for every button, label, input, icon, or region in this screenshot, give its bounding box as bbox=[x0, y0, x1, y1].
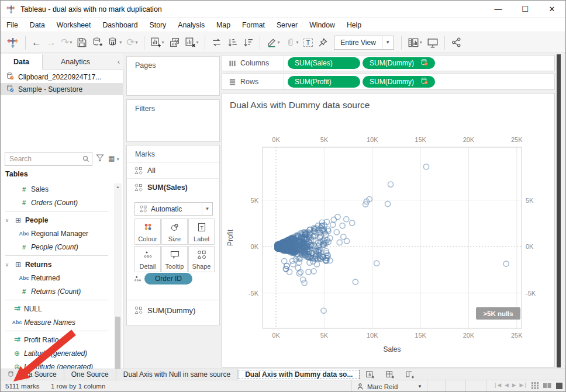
redo-button[interactable]: → bbox=[44, 36, 58, 49]
right-scrollbar[interactable] bbox=[557, 54, 561, 367]
chevron-down-icon[interactable]: ∨ bbox=[3, 217, 11, 223]
field-latitude-generated[interactable]: ⊕Latitude (generated) bbox=[1, 346, 113, 360]
run-auto-updates-button[interactable]: ⟳▾ bbox=[124, 36, 140, 49]
sheet-tab-data-source[interactable]: Data Source bbox=[1, 369, 64, 380]
show-mark-labels-button[interactable]: T bbox=[301, 37, 316, 48]
field-returns[interactable]: ∨⊞Returns bbox=[1, 258, 113, 271]
show-hide-cards-button[interactable]: ▾ bbox=[405, 36, 424, 50]
field-regional-manager[interactable]: AbcRegional Manager bbox=[1, 227, 113, 240]
collapse-pane-icon[interactable]: ‹ bbox=[118, 54, 120, 70]
scroll-up-icon[interactable]: ▲ bbox=[114, 183, 122, 190]
mark-type-value: Automatic bbox=[151, 205, 182, 213]
data-source-icon bbox=[6, 84, 14, 94]
presentation-mode-button[interactable] bbox=[424, 36, 441, 50]
scatter-plot[interactable]: 0K0K5K5K10K10K15K15K20K20K25K25K5K5K0K0K… bbox=[222, 93, 554, 367]
field-list-scrollbar[interactable]: ▲ ▼ bbox=[114, 183, 122, 379]
duplicate-sheet-button[interactable] bbox=[167, 36, 182, 49]
detail-button[interactable]: Detail bbox=[134, 246, 161, 272]
new-worksheet-button[interactable]: ▾ bbox=[148, 36, 167, 49]
size-button[interactable]: Size bbox=[161, 218, 188, 245]
menu-item-window[interactable]: Window bbox=[303, 21, 341, 29]
search-input[interactable] bbox=[5, 152, 92, 166]
tableau-logo-icon[interactable] bbox=[4, 35, 22, 50]
data-source-sample-superstore[interactable]: Sample - Superstore bbox=[1, 83, 123, 95]
menu-item-worksheet[interactable]: Worksheet bbox=[51, 21, 97, 29]
menu-item-server[interactable]: Server bbox=[271, 21, 303, 29]
sheet-tab-dual-axis-with-null-in-same-source[interactable]: Dual Axis with Null in same source bbox=[116, 369, 238, 380]
menu-item-analysis[interactable]: Analysis bbox=[172, 21, 210, 29]
sheet-view-icon[interactable] bbox=[556, 383, 562, 389]
tab-analytics[interactable]: Analytics bbox=[43, 54, 108, 70]
mark-type-dropdown[interactable]: Automatic ▼ bbox=[134, 202, 213, 216]
pages-card[interactable]: Pages bbox=[126, 56, 220, 96]
filters-card[interactable]: Filters bbox=[126, 99, 220, 142]
pill-sum-sales[interactable]: SUM(Sales) bbox=[288, 57, 360, 69]
marks-section-sum-dummy[interactable]: SUM(Dummy) bbox=[127, 300, 220, 320]
field-sales[interactable]: #Sales bbox=[1, 182, 113, 196]
chevron-down-icon[interactable]: ∨ bbox=[3, 262, 11, 268]
share-button[interactable] bbox=[448, 36, 464, 49]
menu-item-data[interactable]: Data bbox=[24, 21, 51, 29]
sort-descending-button[interactable] bbox=[240, 36, 256, 49]
group-members-button[interactable]: ▾ bbox=[282, 36, 301, 49]
field-null[interactable]: =#NULL bbox=[1, 302, 113, 315]
swap-rows-columns-button[interactable] bbox=[209, 36, 225, 49]
new-dashboard-button[interactable] bbox=[380, 369, 400, 380]
chevron-down-icon[interactable]: ▼ bbox=[382, 36, 394, 49]
undo-button[interactable]: ← bbox=[29, 36, 44, 49]
close-button[interactable]: ✕ bbox=[539, 1, 565, 18]
sheet-tab-dual-axis-with-dummy-data-so[interactable]: Dual Axis with Dummy data so... bbox=[238, 369, 360, 380]
shape-button[interactable]: Shape bbox=[188, 246, 215, 272]
field-measure-names[interactable]: AbcMeasure Names bbox=[1, 315, 113, 329]
tab-data[interactable]: Data bbox=[1, 54, 43, 70]
scrollbar-thumb[interactable] bbox=[115, 317, 120, 369]
menu-item-file[interactable]: File bbox=[1, 21, 24, 29]
show-tabs-icon[interactable] bbox=[532, 382, 539, 389]
filter-icon[interactable] bbox=[96, 154, 104, 164]
label-button[interactable]: TLabel bbox=[188, 218, 215, 245]
field-people-count[interactable]: #People (Count) bbox=[1, 240, 113, 254]
menu-item-format[interactable]: Format bbox=[236, 21, 271, 29]
sheet-navigation[interactable]: |◀ ◀ ▶ ▶| bbox=[495, 382, 527, 388]
tooltip-button[interactable]: Tooltip bbox=[161, 246, 188, 272]
sheet-tab-one-source[interactable]: One Source bbox=[64, 369, 116, 380]
new-story-button[interactable] bbox=[400, 369, 420, 380]
user-menu[interactable]: Marc Reid ▼ bbox=[351, 380, 427, 392]
menu-item-map[interactable]: Map bbox=[210, 21, 236, 29]
add-data-source-button[interactable] bbox=[89, 36, 105, 49]
sort-ascending-button[interactable] bbox=[225, 36, 240, 49]
highlight-button[interactable]: ▾ bbox=[264, 36, 282, 49]
menu-item-help[interactable]: Help bbox=[341, 21, 367, 29]
menu-item-story[interactable]: Story bbox=[144, 21, 172, 29]
replay-button[interactable]: ↷▾ bbox=[58, 36, 74, 49]
fit-selector[interactable]: Entire View ▼ bbox=[334, 36, 394, 50]
svg-text:0K: 0K bbox=[272, 332, 280, 339]
new-worksheet-button[interactable] bbox=[360, 369, 380, 380]
minimize-button[interactable]: — bbox=[485, 1, 512, 18]
chevron-down-icon[interactable]: ▼ bbox=[202, 203, 212, 215]
save-button[interactable] bbox=[74, 36, 89, 49]
view-as-icon[interactable]: ▦ ▾ bbox=[108, 154, 119, 162]
field-returned[interactable]: AbcReturned bbox=[1, 271, 113, 285]
field-people[interactable]: ∨⊞People bbox=[1, 213, 113, 227]
clear-sheet-button[interactable]: ▾ bbox=[182, 36, 201, 49]
field-orders-count[interactable]: #Orders (Count) bbox=[1, 196, 113, 209]
fix-axes-button[interactable] bbox=[315, 36, 330, 49]
pill-sum-dummy[interactable]: SUM(Dummy) bbox=[363, 76, 435, 88]
pill-sum-dummy[interactable]: SUM(Dummy) bbox=[363, 57, 435, 69]
order-id-pill[interactable]: Order ID bbox=[144, 273, 192, 285]
pause-auto-updates-button[interactable]: ▾ bbox=[105, 36, 124, 49]
data-source-clipboard-20220924t17[interactable]: Clipboard_20220924T17... bbox=[1, 71, 123, 83]
colour-button[interactable]: Colour bbox=[134, 218, 161, 245]
marks-section-sum-sales[interactable]: SUM(Sales) bbox=[127, 178, 219, 196]
filmstrip-view-icon[interactable] bbox=[543, 382, 551, 389]
rows-shelf[interactable]: Rows SUM(Profit)SUM(Dummy) bbox=[222, 74, 555, 90]
filters-card-title: Filters bbox=[127, 100, 219, 113]
marks-section-all[interactable]: All bbox=[127, 162, 219, 178]
field-profit-ratio[interactable]: =#Profit Ratio bbox=[1, 333, 113, 346]
menu-item-dashboard[interactable]: Dashboard bbox=[96, 21, 143, 29]
pill-sum-profit[interactable]: SUM(Profit) bbox=[288, 76, 360, 88]
maximize-button[interactable]: ☐ bbox=[512, 1, 539, 18]
field-returns-count[interactable]: #Returns (Count) bbox=[1, 285, 113, 298]
columns-shelf[interactable]: Columns SUM(Sales)SUM(Dummy) bbox=[222, 55, 555, 71]
